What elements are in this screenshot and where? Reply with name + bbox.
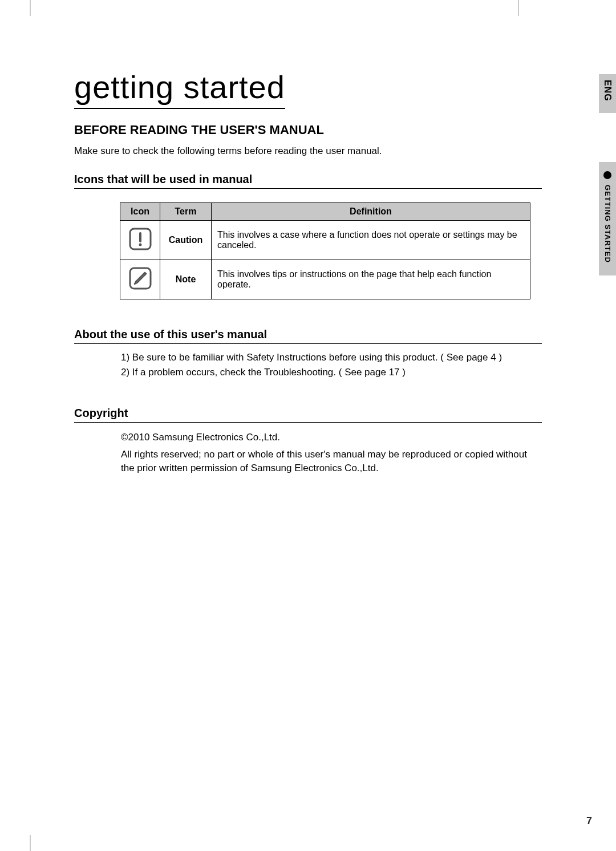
section-title: BEFORE READING THE USER'S MANUAL xyxy=(74,123,542,137)
table-row: Caution This involves a case where a fun… xyxy=(120,221,530,260)
copyright-heading: Copyright xyxy=(74,407,542,423)
table-row: Note This involves tips or instructions … xyxy=(120,260,530,299)
caution-icon xyxy=(128,226,153,252)
language-tab: ENG xyxy=(599,74,616,113)
section-tab-label: GETTING STARTED xyxy=(603,185,612,263)
crop-mark xyxy=(30,0,31,16)
section-bullet-icon xyxy=(603,171,611,179)
term-cell: Caution xyxy=(160,221,212,260)
svg-rect-3 xyxy=(130,268,151,289)
crop-mark xyxy=(518,0,519,16)
section-tab: GETTING STARTED xyxy=(599,162,616,275)
table-header-row: Icon Term Definition xyxy=(120,203,530,221)
definition-cell: This involves tips or instructions on th… xyxy=(212,260,530,299)
crop-mark xyxy=(30,835,31,851)
definition-cell: This involves a case where a function do… xyxy=(212,221,530,260)
page-number: 7 xyxy=(586,815,592,827)
about-heading: About the use of this user's manual xyxy=(74,328,542,344)
note-icon xyxy=(128,266,153,291)
col-icon: Icon xyxy=(120,203,160,221)
icon-cell xyxy=(120,221,160,260)
term-cell: Note xyxy=(160,260,212,299)
col-term: Term xyxy=(160,203,212,221)
svg-point-2 xyxy=(139,244,141,246)
chapter-title: getting started xyxy=(74,68,285,109)
icons-table: Icon Term Definition Caution This xyxy=(120,202,530,299)
about-list: 1) Be sure to be familiar with Safety In… xyxy=(74,352,542,378)
icons-heading: Icons that will be used in manual xyxy=(74,173,542,189)
list-item: 2) If a problem occurs, check the Troubl… xyxy=(121,367,542,378)
copyright-line: ©2010 Samsung Electronics Co.,Ltd. xyxy=(121,431,542,444)
list-item: 1) Be sure to be familiar with Safety In… xyxy=(121,352,542,363)
copyright-block: ©2010 Samsung Electronics Co.,Ltd. All r… xyxy=(74,431,542,475)
col-definition: Definition xyxy=(212,203,530,221)
icon-cell xyxy=(120,260,160,299)
intro-text: Make sure to check the following terms b… xyxy=(74,145,542,157)
page-content: getting started BEFORE READING THE USER'… xyxy=(74,68,542,478)
copyright-line: All rights reserved; no part or whole of… xyxy=(121,448,542,475)
